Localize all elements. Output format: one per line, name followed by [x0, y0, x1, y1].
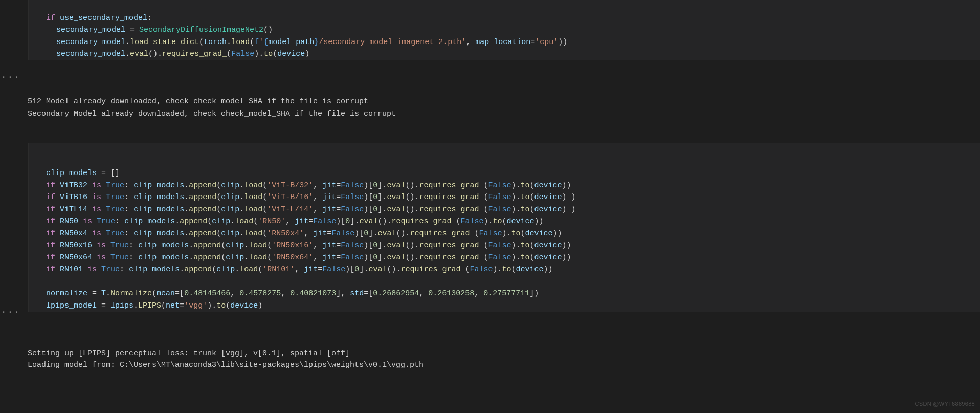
var-normalize: normalize [46, 289, 87, 298]
var-lpips-model: lpips_model [46, 301, 97, 310]
var-use-secondary-model: use_secondary_model [60, 14, 147, 23]
fstring-prefix: f [254, 38, 259, 47]
model-path-string: /secondary_model_imagenet_2.pth' [319, 38, 466, 47]
output-line: Secondary Model already downloaded, chec… [28, 110, 396, 118]
output-cell-2: Setting up [LPIPS] perceptual loss: trun… [28, 335, 980, 372]
kw-if: if [46, 14, 55, 23]
class-secondary-diffusion: SecondaryDiffusionImageNet2 [139, 26, 263, 34]
output-line: 512 Model already downloaded, check chec… [28, 97, 368, 106]
code-cell-2[interactable]: clip_models = [] if ViTB32 is True: clip… [28, 143, 980, 312]
fn-load-state-dict: load_state_dict [130, 38, 199, 47]
output-cell-1: 512 Model already downloaded, check chec… [28, 84, 980, 120]
watermark: CSDN @WYT6889688 [915, 398, 975, 410]
torch-module: torch [204, 38, 227, 47]
editor-viewport: if use_secondary_model: secondary_model … [0, 0, 980, 372]
code-cell-1[interactable]: if use_secondary_model: secondary_model … [28, 0, 980, 60]
var-clip-models: clip_models [46, 169, 97, 178]
output-line: Loading model from: C:\Users\MT\anaconda… [28, 361, 424, 369]
output-line: Setting up [LPIPS] perceptual loss: trun… [28, 349, 350, 358]
var-secondary-model: secondary_model [56, 26, 125, 34]
fold-indicator-icon[interactable]: ··· [0, 72, 21, 84]
fold-indicator-icon[interactable]: ··· [0, 307, 21, 319]
